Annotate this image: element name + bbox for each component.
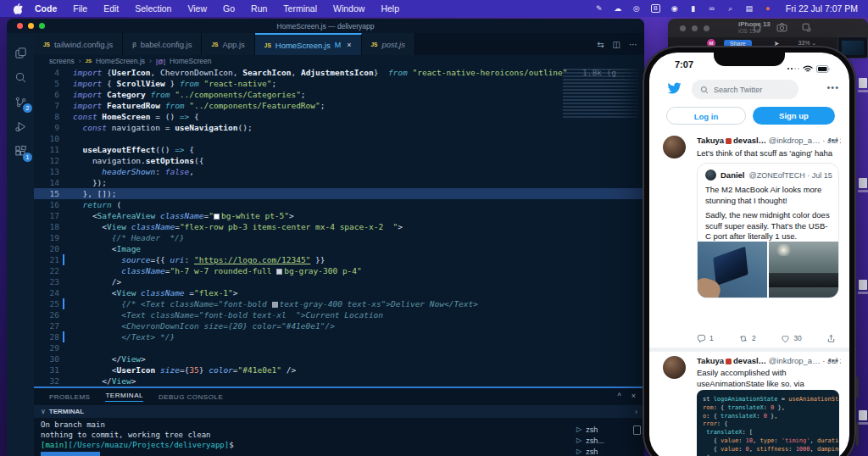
code-line[interactable]: 9 const navigation = useNavigation();: [34, 122, 644, 133]
menu-item-run[interactable]: Run: [251, 3, 267, 14]
menu-item-edit[interactable]: Edit: [103, 3, 119, 14]
source-control-icon[interactable]: 2: [11, 92, 30, 111]
code-line[interactable]: 28 </Text> */}: [34, 331, 644, 342]
obs-icon[interactable]: ☁: [609, 4, 627, 13]
code-line[interactable]: 26 <Text className="font-bold text-xl ">…: [34, 309, 644, 320]
quote-image-ports[interactable]: [769, 242, 838, 298]
code-line[interactable]: 7import FeaturedRow from "../components/…: [34, 100, 644, 111]
terminal-section-header[interactable]: ∨ TERMINAL ›: [34, 405, 644, 418]
code-line[interactable]: 21 source={{ uri: "https://logo.com/1234…: [34, 254, 644, 265]
terminal-list-icon[interactable]: [633, 425, 641, 435]
close-tab-icon[interactable]: ×: [347, 41, 351, 49]
signup-button[interactable]: Sign up: [753, 107, 835, 125]
code-line[interactable]: 30 </View>: [34, 353, 644, 364]
reply-button[interactable]: 1: [697, 334, 714, 343]
code-line[interactable]: 27 <ChevronDownIcon size={20} color="#41…: [34, 320, 644, 331]
link-icon[interactable]: ∞: [703, 4, 721, 13]
rotate-icon[interactable]: [801, 21, 812, 36]
tweet-more-icon[interactable]: •••: [827, 136, 839, 145]
tweet-handle[interactable]: @inkdrop_a…: [769, 136, 821, 145]
tab-App.js[interactable]: JSApp.js: [202, 33, 254, 55]
code-line[interactable]: 12 navigation.setOptions({: [34, 155, 644, 166]
code-line[interactable]: 11 useLayoutEffect(() => {: [34, 144, 644, 155]
code-line[interactable]: 20 <Image: [34, 243, 644, 254]
spotlight-icon[interactable]: ⌕: [721, 4, 740, 14]
code-line[interactable]: 14 });: [34, 177, 644, 188]
quoted-tweet-card[interactable]: Daniel @ZONEofTECH · Jul 15 The M2 MacBo…: [697, 163, 839, 298]
volume-up-button[interactable]: [856, 376, 859, 398]
minimap[interactable]: [563, 69, 639, 118]
search-icon[interactable]: [11, 68, 30, 86]
screenshot-icon[interactable]: [776, 21, 787, 36]
code-line[interactable]: 10: [34, 133, 644, 144]
code-line[interactable]: 8const HomeScreen = () => {: [34, 111, 644, 122]
breadcrumb[interactable]: screens › JS HomeScreen.js › [@] HomeScr…: [34, 55, 644, 67]
avatar[interactable]: [663, 136, 686, 158]
tab-HomeScreen.js[interactable]: JSHomeScreen.jsM×: [255, 33, 362, 55]
desktop-file-icon[interactable]: [858, 178, 868, 192]
tweet-author[interactable]: Takuya: [697, 356, 724, 365]
quote-image-macbook[interactable]: [698, 242, 767, 298]
tweet-more-icon[interactable]: •••: [827, 356, 839, 365]
desktop-file-icon[interactable]: [858, 280, 868, 294]
code-line[interactable]: 19 {/* Header */}: [34, 232, 644, 243]
vscode-titlebar[interactable]: HomeScreen.js — deliveryapp: [7, 19, 644, 33]
breadcrumb-folder[interactable]: screens: [49, 57, 75, 65]
terminal-shell-item[interactable]: ▷zsh...: [576, 435, 629, 446]
quote-author[interactable]: Daniel: [721, 170, 745, 180]
more-actions-icon[interactable]: ⋯: [629, 40, 637, 49]
tab-babel.config.js[interactable]: βbabel.config.js: [123, 33, 202, 55]
twitter-logo-icon[interactable]: [666, 81, 682, 98]
menu-item-help[interactable]: Help: [381, 3, 399, 14]
control-center-icon[interactable]: ▤: [740, 4, 759, 13]
stats-icon[interactable]: ●: [759, 4, 777, 13]
code-line[interactable]: 5import { ScrollView } from "react-nativ…: [34, 78, 644, 89]
simulator-titlebar[interactable]: iPhone 13 iOS 15.2: [668, 19, 868, 37]
tweet-author[interactable]: Takuya: [697, 136, 724, 145]
menu-item-view[interactable]: View: [187, 3, 207, 14]
record-icon[interactable]: ◉: [665, 4, 684, 13]
creative-cloud-icon[interactable]: ◎: [627, 4, 646, 13]
tweet-handle[interactable]: @inkdrop_a…: [769, 356, 821, 365]
code-line[interactable]: 32 </View>: [34, 375, 644, 386]
code-line[interactable]: 13 headerShown: false,: [34, 166, 644, 177]
menu-item-file[interactable]: File: [73, 3, 87, 14]
code-line[interactable]: 15 }, []);: [34, 188, 644, 199]
code-line[interactable]: 31 <UserIcon size={35} color="#41e0e1" /…: [34, 364, 644, 375]
panel-chevron-right-icon[interactable]: ›: [635, 408, 637, 416]
menu-item-code[interactable]: Code: [35, 3, 57, 14]
search-input[interactable]: Search Twitter: [692, 80, 798, 99]
code-line[interactable]: 25 {/* <Text className="font-bold text-g…: [34, 298, 644, 309]
battery-icon[interactable]: ▮: [684, 4, 703, 13]
explorer-icon[interactable]: [11, 43, 30, 62]
apple-menu-icon[interactable]: [14, 3, 23, 14]
terminal-shell-item[interactable]: ▷zsh: [576, 424, 629, 435]
code-line[interactable]: 6import Category from "../components/Cat…: [34, 89, 644, 100]
minimize-window-button[interactable]: [692, 25, 698, 31]
login-button[interactable]: Log in: [666, 107, 746, 125]
desktop-file-icon[interactable]: [858, 78, 868, 92]
breadcrumb-file[interactable]: HomeScreen.js: [96, 57, 145, 65]
menu-item-selection[interactable]: Selection: [135, 3, 171, 14]
boxed-b-icon[interactable]: B: [651, 4, 660, 13]
extensions-icon[interactable]: 1: [11, 142, 30, 160]
retweet-button[interactable]: 2: [738, 334, 756, 343]
more-options-icon[interactable]: •••: [826, 82, 839, 92]
menu-item-go[interactable]: Go: [223, 3, 235, 14]
desktop-file-icon[interactable]: [858, 410, 868, 425]
code-line[interactable]: 24 <View className ="flex-1">: [34, 287, 644, 298]
panel-tab-terminal[interactable]: TERMINAL: [105, 392, 142, 402]
terminal-output[interactable]: On branch mainnothing to commit, working…: [34, 418, 644, 456]
compare-changes-icon[interactable]: ⇆: [597, 40, 604, 49]
tweet-code-image[interactable]: st logoAnimationState = useAnimationStat…: [697, 390, 839, 456]
home-icon[interactable]: [752, 21, 763, 36]
pen-tool-icon[interactable]: ✎: [590, 4, 609, 13]
split-editor-icon[interactable]: ◫: [613, 40, 620, 49]
zoom-window-button[interactable]: [704, 25, 709, 31]
panel-tab-problems[interactable]: PROBLEMS: [49, 393, 90, 401]
run-debug-icon[interactable]: [11, 117, 30, 136]
tab-tailwind.config.js[interactable]: JStailwind.config.js: [34, 33, 123, 55]
menu-item-window[interactable]: Window: [333, 3, 364, 14]
code-line[interactable]: 23 />: [34, 276, 644, 287]
menu-item-terminal[interactable]: Terminal: [283, 3, 317, 14]
